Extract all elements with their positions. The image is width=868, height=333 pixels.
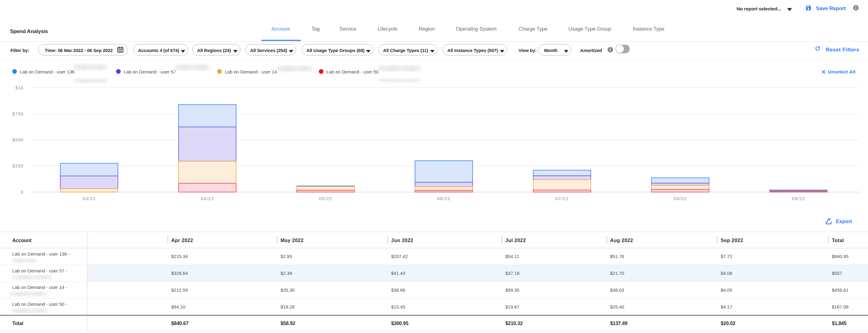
svg-text:03/22: 03/22 [83, 196, 96, 201]
svg-text:08/22: 08/22 [674, 196, 687, 201]
svg-text:$500: $500 [12, 137, 24, 142]
svg-text:06/22: 06/22 [437, 196, 451, 201]
svg-text:$250: $250 [12, 163, 24, 168]
svg-text:$1k: $1k [15, 86, 24, 90]
svg-text:$750: $750 [12, 111, 24, 116]
svg-text:09/22: 09/22 [792, 196, 805, 201]
svg-text:0: 0 [21, 190, 24, 195]
svg-text:05/22: 05/22 [319, 196, 332, 201]
svg-text:04/22: 04/22 [200, 196, 214, 201]
svg-text:07/22: 07/22 [555, 196, 569, 201]
